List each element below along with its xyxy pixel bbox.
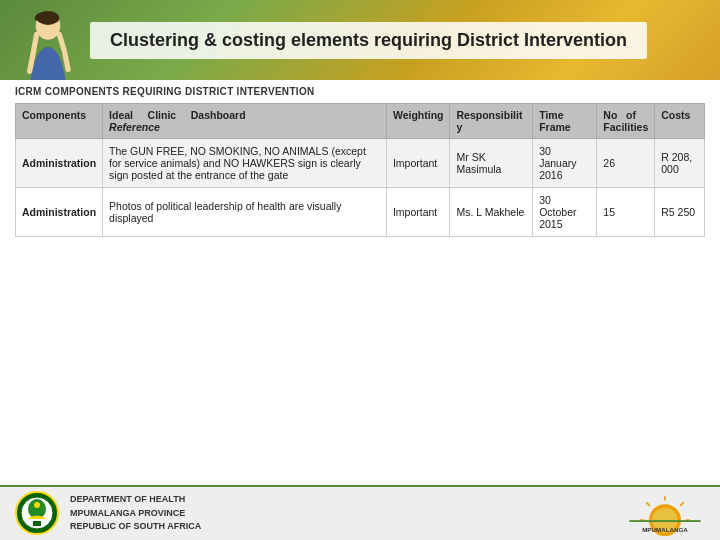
row1-facilities: 26 — [597, 139, 655, 188]
col-header-facilities: No ofFacilities — [597, 104, 655, 139]
row1-weighting: Important — [386, 139, 450, 188]
footer-left: DEPARTMENT OF HEALTH MPUMALANGA PROVINCE… — [15, 491, 201, 536]
section-label: ICRM COMPONENTS REQUIRING DISTRICT INTER… — [0, 80, 720, 103]
footer-line3: REPUBLIC OF SOUTH AFRICA — [70, 520, 201, 534]
row2-timeframe: 30 October 2015 — [533, 188, 597, 237]
row1-responsibility: Mr SK Masimula — [450, 139, 533, 188]
col-header-components: Components — [16, 104, 103, 139]
footer-logo-icon — [15, 491, 60, 536]
mpumalanga-logo-icon: MPUMALANGA — [625, 491, 705, 536]
svg-text:MPUMALANGA: MPUMALANGA — [642, 526, 688, 533]
svg-rect-6 — [33, 521, 41, 526]
col-header-timeframe: Time Frame — [533, 104, 597, 139]
svg-rect-15 — [629, 520, 700, 522]
row2-costs: R5 250 — [655, 188, 705, 237]
footer-text: DEPARTMENT OF HEALTH MPUMALANGA PROVINCE… — [70, 493, 201, 534]
svg-line-12 — [680, 502, 684, 506]
row1-ideal: The GUN FREE, NO SMOKING, NO ANIMALS (ex… — [103, 139, 387, 188]
col-header-ideal: Ideal Clinic DashboardReference — [103, 104, 387, 139]
table-row: Administration The GUN FREE, NO SMOKING,… — [16, 139, 705, 188]
person-illustration — [5, 5, 90, 80]
svg-line-11 — [646, 502, 650, 506]
table-container: Components Ideal Clinic DashboardReferen… — [0, 103, 720, 237]
header-banner: Clustering & costing elements requiring … — [0, 0, 720, 80]
col-header-weighting: Weighting — [386, 104, 450, 139]
row2-ideal: Photos of political leadership of health… — [103, 188, 387, 237]
svg-point-7 — [34, 502, 40, 508]
footer-line2: MPUMALANGA PROVINCE — [70, 507, 201, 521]
footer-right-logo: MPUMALANGA — [625, 491, 705, 536]
row1-costs: R 208, 000 — [655, 139, 705, 188]
table-row: Administration Photos of political leade… — [16, 188, 705, 237]
header-title-bar: Clustering & costing elements requiring … — [90, 22, 647, 59]
footer-line1: DEPARTMENT OF HEALTH — [70, 493, 201, 507]
row2-responsibility: Ms. L Makhele — [450, 188, 533, 237]
row2-component: Administration — [16, 188, 103, 237]
footer: DEPARTMENT OF HEALTH MPUMALANGA PROVINCE… — [0, 485, 720, 540]
row1-timeframe: 30 January 2016 — [533, 139, 597, 188]
row2-weighting: Important — [386, 188, 450, 237]
main-table: Components Ideal Clinic DashboardReferen… — [15, 103, 705, 237]
col-header-responsibility: Responsibility — [450, 104, 533, 139]
row2-facilities: 15 — [597, 188, 655, 237]
row1-component: Administration — [16, 139, 103, 188]
col-header-costs: Costs — [655, 104, 705, 139]
page-title: Clustering & costing elements requiring … — [110, 30, 627, 51]
